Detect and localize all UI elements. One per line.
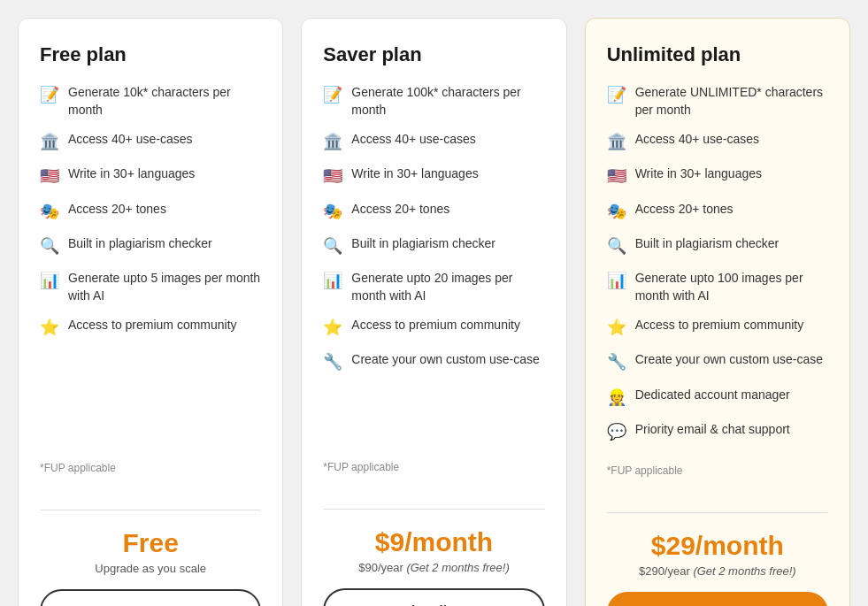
feature-text: Generate upto 100 images per month with … [635,270,828,304]
feature-icon: 🏛️ [40,131,59,153]
features-list-saver: 📝Generate 100k* characters per month🏛️Ac… [323,84,544,452]
divider [323,509,544,510]
feature-item: 🇺🇸Write in 30+ languages [40,165,261,188]
divider [607,512,828,513]
feature-icon: 🇺🇸 [323,165,342,188]
feature-text: Write in 30+ languages [635,165,762,183]
feature-icon: 🔍 [323,235,342,257]
feature-item: 📝Generate 10k* characters per month [40,84,261,119]
feature-icon: 📊 [40,270,59,292]
features-list-free: 📝Generate 10k* characters per month🏛️Acc… [40,84,261,453]
feature-icon: 🎭 [323,201,342,223]
feature-text: Access to premium community [635,317,804,334]
cta-button-saver[interactable]: ✓ Subscribe now [323,588,544,606]
feature-item: 📝Generate UNLIMITED* characters per mont… [607,84,828,119]
feature-icon: 📝 [40,84,59,106]
feature-icon: 🔧 [323,351,342,373]
feature-item: 📊Generate upto 5 images per month with A… [40,270,261,304]
feature-item: ⭐Access to premium community [40,317,261,339]
feature-item: 🔧Create your own custom use-case [607,351,828,373]
feature-text: Dedicated account manager [635,387,790,404]
feature-icon: 👷 [607,387,626,409]
feature-icon: 📊 [607,270,626,292]
feature-item: 🇺🇸Write in 30+ languages [323,165,544,188]
feature-icon: 💬 [607,421,626,443]
fup-note-free: *FUP applicable [40,462,261,474]
price-main-free: Free [40,528,261,558]
feature-text: Access 40+ use-cases [635,131,759,149]
feature-item: 🎭Access 20+ tones [40,201,261,223]
fup-note-unlimited: *FUP applicable [607,464,828,477]
feature-item: 🔍Built in plagiarism checker [607,235,828,257]
feature-text: Create your own custom use-case [351,351,539,369]
feature-item: 🔍Built in plagiarism checker [323,235,544,257]
plan-card-saver: Saver plan📝Generate 100k* characters per… [301,18,566,606]
feature-item: 📝Generate 100k* characters per month [323,84,544,119]
plan-title-saver: Saver plan [323,43,544,66]
feature-text: Generate upto 5 images per month with AI [68,270,261,304]
price-section-free: FreeUpgrade as you scale [40,528,261,575]
feature-item: 📊Generate upto 100 images per month with… [607,270,828,304]
feature-text: Access 20+ tones [635,201,734,219]
feature-text: Write in 30+ languages [351,165,478,183]
feature-icon: 🔧 [607,351,626,373]
feature-text: Write in 30+ languages [68,165,195,183]
feature-item: 📊Generate upto 20 images per month with … [323,270,544,304]
feature-icon: 🇺🇸 [40,165,59,188]
feature-text: Built in plagiarism checker [351,235,495,253]
feature-text: Access to premium community [351,317,520,334]
feature-icon: 📝 [323,84,342,106]
feature-text: Generate 100k* characters per month [351,84,544,119]
feature-item: 💬Priority email & chat support [607,421,828,443]
feature-item: 🏛️Access 40+ use-cases [40,131,261,153]
feature-item: ⭐Access to premium community [323,317,544,339]
plan-card-unlimited: Unlimited plan📝Generate UNLIMITED* chara… [585,18,850,606]
plan-card-free: Free plan📝Generate 10k* characters per m… [18,18,283,606]
feature-text: Access 20+ tones [351,201,449,219]
feature-icon: 🎭 [40,201,59,223]
feature-text: Access to premium community [68,317,237,334]
feature-item: 🔍Built in plagiarism checker [40,235,261,257]
cta-button-free[interactable]: Start now → [40,589,261,606]
feature-text: Access 40+ use-cases [351,131,475,149]
price-label-free: Upgrade as you scale [40,562,261,575]
feature-icon: 🔍 [607,235,626,257]
feature-item: 🇺🇸Write in 30+ languages [607,165,828,188]
feature-text: Generate upto 20 images per month with A… [351,270,544,304]
price-yearly-unlimited: $290/year (Get 2 months free!) [607,564,828,578]
plan-title-free: Free plan [40,43,261,66]
feature-icon: ⭐ [323,317,342,339]
feature-icon: ⭐ [607,317,626,339]
feature-item: 🎭Access 20+ tones [323,201,544,223]
feature-icon: 🏛️ [323,131,342,153]
feature-text: Generate 10k* characters per month [68,84,261,119]
feature-text: Priority email & chat support [635,421,790,439]
cta-button-unlimited[interactable]: ✓ Subscribe now [607,592,828,606]
feature-text: Access 20+ tones [68,201,166,219]
feature-text: Built in plagiarism checker [68,235,212,253]
feature-icon: 🇺🇸 [607,165,626,188]
fup-note-saver: *FUP applicable [323,461,544,473]
feature-item: 🏛️Access 40+ use-cases [323,131,544,153]
feature-icon: 📊 [323,270,342,292]
feature-icon: 🎭 [607,201,626,223]
price-main-unlimited: $29/month [607,531,828,561]
feature-item: 🔧Create your own custom use-case [323,351,544,373]
feature-item: ⭐Access to premium community [607,317,828,339]
feature-icon: 📝 [607,84,626,106]
feature-icon: 🏛️ [607,131,626,153]
feature-text: Generate UNLIMITED* characters per month [635,84,828,119]
price-section-saver: $9/month$90/year (Get 2 months free!) [323,527,544,574]
price-section-unlimited: $29/month$290/year (Get 2 months free!) [607,531,828,578]
price-yearly-saver: $90/year (Get 2 months free!) [323,561,544,574]
feature-icon: ⭐ [40,317,59,339]
features-list-unlimited: 📝Generate UNLIMITED* characters per mont… [607,84,828,456]
feature-item: 🎭Access 20+ tones [607,201,828,223]
feature-text: Built in plagiarism checker [635,235,780,253]
divider [40,510,261,510]
plans-container: Free plan📝Generate 10k* characters per m… [18,18,850,606]
feature-icon: 🔍 [40,235,59,257]
plan-title-unlimited: Unlimited plan [607,43,828,66]
feature-text: Create your own custom use-case [635,351,823,369]
feature-item: 🏛️Access 40+ use-cases [607,131,828,153]
